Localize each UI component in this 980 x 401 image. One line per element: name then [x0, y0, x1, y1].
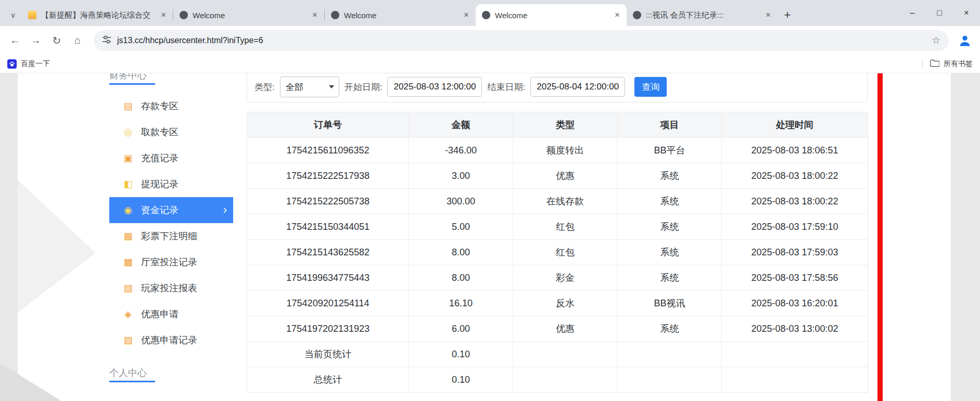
tab-close-icon[interactable]: × [764, 10, 772, 20]
sidebar-item-promo-apply[interactable]: ◈ 优惠申请 [109, 301, 233, 327]
cell-amount: 16.10 [409, 291, 513, 316]
sidebar-item-label: 玩家投注报表 [141, 282, 197, 294]
sidebar-item-hall-bet-records[interactable]: ▩ 厅室投注记录 [109, 249, 233, 275]
close-window-button[interactable]: × [953, 0, 980, 26]
bookmark-label: 百度一下 [21, 59, 50, 69]
cell-order-id: 1754215611096352 [247, 138, 409, 163]
main-panel: 类型: 全部 开始日期: 结束日期: 查询 订单号 金额 [247, 73, 868, 393]
table-row: 1754215222517938 3.00 优惠 系统 2025-08-03 1… [247, 163, 868, 189]
cell-time: 2025-08-03 18:06:51 [722, 138, 868, 163]
search-button[interactable]: 查询 [634, 77, 667, 97]
hall-list-icon: ▩ [122, 256, 134, 268]
sidebar-item-withdrawal-records[interactable]: ◧ 提现记录 [109, 171, 233, 197]
maximize-button[interactable]: □ [926, 0, 953, 26]
tab-close-icon[interactable]: × [613, 10, 621, 20]
sidebar-item-recharge-records[interactable]: ▣ 充值记录 [109, 145, 233, 171]
tab-close-icon[interactable]: × [159, 10, 168, 20]
browser-tab-welcome-active[interactable]: Welcome × [476, 4, 627, 26]
wallet-icon: ◧ [122, 178, 134, 190]
cell-project [618, 342, 722, 367]
tab-search-button[interactable]: ∨ [4, 4, 22, 26]
cell-order-id: 1754199634775443 [247, 265, 409, 291]
decorative-triangle [18, 180, 96, 313]
sidebar-item-funds-records[interactable]: ◉ 资金记录 › [109, 197, 233, 223]
tab-close-icon[interactable]: × [311, 10, 319, 20]
header-project: 项目 [618, 112, 722, 138]
cell-project: 系统 [618, 316, 722, 342]
chevron-right-icon: › [223, 204, 227, 216]
minimize-button[interactable]: – [899, 0, 926, 26]
cell-type [513, 367, 618, 393]
url-text[interactable]: js13.cc/hhcp/usercenter.html?iniType=6 [117, 36, 926, 45]
cell-amount: 5.00 [409, 214, 513, 240]
site-settings-icon[interactable] [102, 35, 111, 46]
sidebar-section-finance: 财务中心 [109, 73, 233, 85]
window-controls: – □ × [899, 0, 980, 26]
bookmarks-divider [922, 59, 923, 69]
tab-title: Welcome [193, 11, 306, 20]
header-amount: 金额 [409, 112, 513, 138]
page-scrollbar[interactable] [877, 73, 883, 401]
cell-time: 2025-08-03 18:00:22 [722, 163, 868, 189]
cell-amount: 8.00 [409, 240, 513, 265]
sidebar-item-label: 优惠申请记录 [141, 334, 197, 346]
tab-close-icon[interactable]: × [462, 10, 470, 20]
cell-type: 额度转出 [513, 138, 618, 163]
cell-time: 2025-08-03 17:59:03 [722, 240, 868, 265]
home-icon[interactable]: ⌂ [69, 32, 86, 49]
funds-coin-icon: ◉ [122, 204, 134, 216]
report-icon: ▧ [122, 282, 134, 294]
cell-time [722, 367, 868, 393]
cell-amount: 3.00 [409, 163, 513, 189]
browser-tab-forum[interactable]: 【新提醒】海燕策略论坛综合交 × [22, 4, 173, 26]
end-date-input[interactable] [530, 77, 625, 97]
sidebar-item-deposit-area[interactable]: ▤ 存款专区 [109, 93, 233, 119]
url-bar[interactable]: js13.cc/hhcp/usercenter.html?iniType=6 ☆ [94, 30, 949, 51]
bookmark-baidu[interactable]: 百度一下 [7, 59, 50, 69]
sidebar-item-label: 彩票下注明细 [141, 230, 197, 242]
cell-time: 2025-08-03 18:00:22 [722, 189, 868, 214]
type-select-wrap: 全部 [280, 76, 339, 97]
new-tab-button[interactable]: + [778, 4, 797, 26]
section-title: 个人中心 [109, 368, 147, 378]
sidebar-item-promo-apply-records[interactable]: ▨ 优惠申请记录 [109, 327, 233, 353]
sidebar: 财务中心 ▤ 存款专区 ◎ 取款专区 ▣ 充值记录 ◧ 提现记录 ◉ 资金记录 … [109, 73, 233, 382]
all-bookmarks-label[interactable]: 所有书签 [944, 59, 973, 69]
browser-tab-video-records[interactable]: :::视讯 会员下注纪录::: × [627, 4, 778, 26]
table-row: 1754197202131923 6.00 优惠 系统 2025-08-03 1… [247, 316, 868, 342]
browser-tab-welcome-1[interactable]: Welcome × [173, 4, 324, 26]
cell-order-id: 当前页统计 [247, 342, 409, 367]
bookmark-star-icon[interactable]: ☆ [932, 34, 940, 46]
browser-tab-welcome-2[interactable]: Welcome × [325, 4, 476, 26]
page-content: 财务中心 ▤ 存款专区 ◎ 取款专区 ▣ 充值记录 ◧ 提现记录 ◉ 资金记录 … [0, 73, 980, 401]
table-row: 1754215611096352 -346.00 额度转出 BB平台 2025-… [247, 138, 868, 163]
sidebar-item-label: 厅室投注记录 [141, 256, 197, 268]
sidebar-item-lottery-bet-details[interactable]: ▦ 彩票下注明细 [109, 223, 233, 249]
table-row: 1754209201254114 16.10 反水 BB视讯 2025-08-0… [247, 291, 868, 316]
sidebar-item-withdraw-area[interactable]: ◎ 取款专区 [109, 119, 233, 145]
cell-order-id: 1754209201254114 [247, 291, 409, 316]
cell-amount: 8.00 [409, 265, 513, 291]
cell-project: 系统 [618, 265, 722, 291]
back-icon[interactable]: ← [6, 32, 24, 49]
sidebar-section-personal: 个人中心 [109, 367, 233, 382]
promo-list-icon: ▨ [122, 334, 134, 346]
table-row: 1754215222505738 300.00 在线存款 系统 2025-08-… [247, 189, 868, 214]
cell-type: 反水 [513, 291, 618, 316]
cell-project: BB视讯 [618, 291, 722, 316]
tab-title: Welcome [495, 11, 608, 20]
forward-icon[interactable]: → [27, 32, 45, 49]
cell-time: 2025-08-03 16:20:01 [722, 291, 868, 316]
cell-project: 系统 [618, 163, 722, 189]
cell-amount: 300.00 [409, 189, 513, 214]
reload-icon[interactable]: ↻ [48, 32, 66, 49]
cell-project: 系统 [618, 189, 722, 214]
profile-avatar[interactable] [956, 32, 974, 49]
cell-time: 2025-08-03 17:59:10 [722, 214, 868, 240]
globe-favicon [482, 11, 490, 19]
cell-type: 在线存款 [513, 189, 618, 214]
sidebar-item-player-bet-report[interactable]: ▧ 玩家投注报表 [109, 275, 233, 301]
cell-order-id: 1754215222505738 [247, 189, 409, 214]
type-select[interactable]: 全部 [280, 76, 339, 97]
start-date-input[interactable] [387, 77, 482, 97]
